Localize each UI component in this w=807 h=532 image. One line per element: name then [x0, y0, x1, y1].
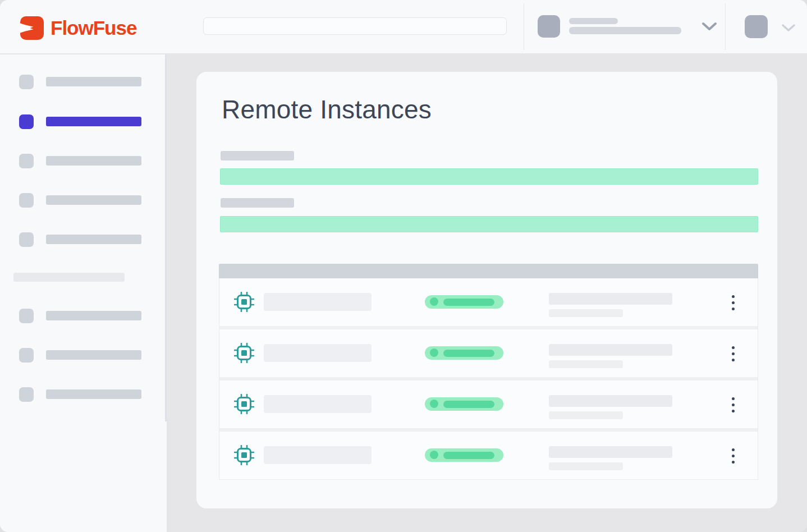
chevron-down-icon — [701, 22, 717, 31]
kebab-menu-button[interactable] — [726, 290, 740, 315]
table-row[interactable] — [219, 432, 758, 479]
status-dot-icon — [430, 348, 438, 357]
table-row[interactable] — [219, 380, 758, 428]
form-input-highlighted[interactable] — [220, 216, 758, 232]
instance-name-placeholder — [264, 446, 372, 464]
nav-label-placeholder — [46, 77, 141, 86]
kebab-menu-button[interactable] — [726, 443, 740, 468]
main-content: Remote Instances — [167, 54, 807, 532]
status-badge — [425, 346, 503, 360]
nav-label-placeholder — [46, 389, 141, 399]
meta-line-placeholder — [549, 462, 623, 470]
nav-label-placeholder — [46, 311, 141, 320]
status-badge — [425, 295, 503, 309]
nav-icon — [19, 193, 34, 208]
status-text-placeholder — [443, 452, 494, 459]
status-text-placeholder — [443, 350, 494, 357]
form-label-placeholder — [221, 198, 294, 208]
sidebar-item-4[interactable] — [0, 193, 167, 212]
table-row[interactable] — [219, 278, 758, 326]
nav-icon — [19, 114, 34, 129]
header-divider — [725, 3, 726, 50]
nav-icon — [19, 154, 34, 168]
sidebar-item-3[interactable] — [0, 154, 167, 173]
nav-icon — [19, 232, 34, 247]
form-label-placeholder — [221, 151, 294, 160]
form-input-highlighted[interactable] — [220, 168, 758, 185]
status-dot-icon — [430, 451, 438, 459]
chip-icon — [234, 343, 254, 363]
chip-icon — [234, 292, 254, 312]
meta-line-placeholder — [549, 360, 623, 368]
sidebar-item-8[interactable] — [0, 387, 167, 406]
user-avatar — [745, 15, 768, 38]
table-header — [219, 264, 758, 278]
kebab-menu-button[interactable] — [726, 341, 740, 366]
nav-label-placeholder — [46, 156, 141, 166]
meta-line-placeholder — [549, 293, 672, 305]
sidebar-item-1[interactable] — [0, 75, 167, 94]
app-window: FlowFuse — [0, 0, 807, 532]
nav-icon — [19, 75, 34, 89]
nav-icon — [19, 348, 34, 363]
team-avatar — [538, 15, 560, 38]
meta-line-placeholder — [549, 411, 623, 419]
status-dot-icon — [430, 297, 438, 306]
logo-text: FlowFuse — [51, 16, 136, 40]
chevron-down-icon — [781, 24, 796, 33]
flowfuse-logo[interactable]: FlowFuse — [20, 16, 136, 40]
chip-icon — [234, 394, 254, 414]
flowfuse-logo-icon — [20, 16, 44, 40]
status-badge — [425, 448, 503, 462]
status-dot-icon — [430, 400, 438, 408]
content-card: Remote Instances — [196, 72, 777, 508]
global-search-input[interactable] — [203, 17, 507, 35]
nav-icon — [19, 387, 34, 402]
status-text-placeholder — [443, 299, 494, 306]
meta-line-placeholder — [549, 446, 672, 458]
instance-name-placeholder — [264, 293, 372, 311]
team-label-placeholder — [569, 18, 618, 24]
instance-name-placeholder — [264, 395, 372, 413]
sidebar-item-6[interactable] — [0, 309, 167, 328]
status-badge — [425, 397, 503, 411]
sidebar-item-2-active[interactable] — [0, 114, 167, 134]
page-title: Remote Instances — [222, 94, 432, 125]
meta-line-placeholder — [549, 395, 672, 407]
header-divider — [524, 3, 524, 50]
nav-icon — [19, 309, 34, 323]
instances-table — [219, 264, 758, 480]
nav-label-placeholder — [46, 350, 141, 360]
team-name-placeholder — [569, 27, 681, 34]
meta-line-placeholder — [549, 344, 672, 356]
table-row[interactable] — [219, 329, 758, 377]
sidebar-item-5[interactable] — [0, 232, 167, 251]
kebab-menu-button[interactable] — [726, 392, 740, 417]
top-header: FlowFuse — [0, 0, 807, 54]
meta-line-placeholder — [549, 309, 623, 317]
nav-label-placeholder — [46, 117, 141, 126]
sidebar-item-7[interactable] — [0, 348, 167, 367]
nav-label-placeholder — [46, 235, 141, 244]
nav-label-placeholder — [46, 195, 141, 205]
sidebar — [0, 54, 167, 532]
chip-icon — [234, 445, 254, 465]
status-text-placeholder — [443, 401, 494, 408]
sidebar-section-header-placeholder — [13, 273, 125, 282]
table-body — [219, 278, 758, 480]
instance-name-placeholder — [264, 344, 372, 362]
